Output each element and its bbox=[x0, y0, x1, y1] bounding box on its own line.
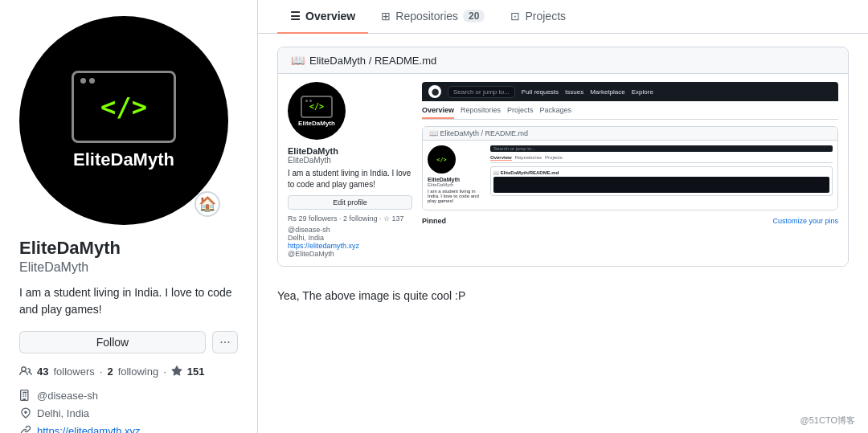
link-icon bbox=[19, 424, 32, 433]
nested-tab-projects[interactable]: Projects bbox=[507, 106, 534, 119]
stars-count[interactable]: 151 bbox=[187, 366, 205, 378]
readme-card: 📖 EliteDaMyth / README.md bbox=[277, 47, 849, 267]
nested-readme-content: </> EliteDaMyth EliteDaMyth I am a stude… bbox=[423, 141, 837, 210]
nested-navbar: ⬤ Search or jump to... Pull requests Iss… bbox=[422, 82, 838, 101]
meta-location-text: Delhi, India bbox=[37, 407, 89, 419]
nested-edit-btn[interactable]: Edit profile bbox=[288, 195, 412, 210]
readme-content: </> EliteDaMyth EliteDaMyth EliteDaMyth … bbox=[278, 74, 848, 266]
nested-meta: @disease-sh Delhi, India https://eliteda… bbox=[288, 226, 412, 258]
sidebar: </> EliteDaMyth 🏠 EliteDaMyth EliteDaMyt… bbox=[0, 0, 257, 433]
readme-header: 📖 EliteDaMyth / README.md bbox=[278, 47, 848, 74]
nested-meta-handle: @disease-sh bbox=[288, 226, 412, 234]
overview-icon: ☰ bbox=[290, 10, 301, 22]
code-tag-icon: </> bbox=[100, 92, 147, 122]
following-label: following bbox=[118, 366, 159, 378]
nested-tab-repos[interactable]: Repositories bbox=[461, 106, 501, 119]
window-dots bbox=[80, 78, 95, 84]
nested-stats: Rs 29 followers · 2 following · ☆ 137 bbox=[288, 214, 412, 223]
nested-tab-overview[interactable]: Overview bbox=[422, 106, 454, 119]
tab-projects[interactable]: ⊡ Projects bbox=[497, 0, 579, 34]
nested-bio: I am a student living in India. I love t… bbox=[288, 168, 412, 190]
tab-projects-label: Projects bbox=[525, 10, 566, 22]
more-options-button[interactable]: ··· bbox=[212, 331, 238, 353]
website-link[interactable]: https://elitedamyth.xyz bbox=[37, 425, 141, 434]
main-body: 📖 EliteDaMyth / README.md bbox=[258, 34, 868, 433]
main-content: ☰ Overview ⊞ Repositories 20 ⊡ Projects … bbox=[257, 0, 868, 433]
tab-bar: ☰ Overview ⊞ Repositories 20 ⊡ Projects bbox=[258, 0, 868, 34]
profile-stats: 43 followers · 2 following · 151 bbox=[19, 365, 238, 378]
nested-tabs: Overview Repositories Projects Packages bbox=[422, 106, 838, 120]
nested-meta-location: Delhi, India bbox=[288, 234, 412, 242]
star-icon bbox=[171, 366, 182, 377]
tab-repositories[interactable]: ⊞ Repositories 20 bbox=[368, 0, 497, 34]
followers-label: followers bbox=[53, 366, 94, 378]
avatar-name-text: EliteDaMyth bbox=[73, 149, 174, 170]
comment-text: Yea, The above image is quite cool :P bbox=[277, 280, 849, 305]
nested-customize-label[interactable]: Customize your pins bbox=[772, 217, 838, 225]
nested-readme-header: 📖 EliteDaMyth / README.md bbox=[423, 127, 837, 141]
follow-button[interactable]: Follow bbox=[19, 331, 206, 353]
nested-nav-pr: Pull requests bbox=[522, 88, 559, 96]
meta-handle-text: @disease-sh bbox=[37, 390, 98, 402]
nested-username: EliteDaMyth bbox=[288, 156, 412, 165]
profile-meta: @disease-sh Delhi, India https://eliteda… bbox=[19, 389, 238, 433]
nested-nav-marketplace: Marketplace bbox=[590, 88, 625, 96]
nested-nav-links: Pull requests Issues Marketplace Explore bbox=[522, 88, 653, 96]
location-icon bbox=[19, 406, 32, 419]
book-icon: 📖 bbox=[291, 54, 305, 67]
tab-overview[interactable]: ☰ Overview bbox=[277, 0, 368, 34]
meta-location: Delhi, India bbox=[19, 406, 238, 419]
stat-separator: · bbox=[100, 366, 103, 378]
nested-pinned-row: Pinned Customize your pins bbox=[422, 217, 838, 225]
following-count[interactable]: 2 bbox=[107, 366, 113, 378]
meta-website[interactable]: https://elitedamyth.xyz bbox=[19, 424, 238, 433]
readme-path: EliteDaMyth / README.md bbox=[309, 55, 436, 67]
followers-count[interactable]: 43 bbox=[37, 366, 48, 378]
projects-icon: ⊡ bbox=[510, 10, 520, 22]
profile-username: EliteDaMyth bbox=[19, 260, 238, 275]
profile-display-name: EliteDaMyth bbox=[19, 238, 238, 259]
tab-repos-label: Repositories bbox=[395, 10, 458, 22]
profile-actions: Follow ··· bbox=[19, 331, 238, 353]
profile-bio: I am a student living in India. I love t… bbox=[19, 284, 238, 318]
nested-nav-issues: Issues bbox=[565, 88, 583, 96]
nested-pinned-label: Pinned bbox=[422, 217, 446, 225]
nested-meta-website: https://elitedamyth.xyz bbox=[288, 242, 412, 250]
nested-main: ⬤ Search or jump to... Pull requests Iss… bbox=[422, 82, 838, 258]
nested-search[interactable]: Search or jump to... bbox=[448, 86, 515, 98]
repos-icon: ⊞ bbox=[381, 10, 391, 22]
building-icon bbox=[19, 389, 32, 402]
nested-gh-logo: ⬤ bbox=[428, 85, 441, 98]
avatar-inner: </> EliteDaMyth bbox=[72, 71, 176, 170]
meta-handle: @disease-sh bbox=[19, 389, 238, 402]
people-icon bbox=[19, 365, 32, 378]
watermark: @51CTO博客 bbox=[800, 415, 855, 427]
deep-sidebar: </> EliteDaMyth EliteDaMyth I am a stude… bbox=[428, 145, 484, 205]
avatar-emoji: 🏠 bbox=[194, 191, 220, 217]
tab-overview-label: Overview bbox=[305, 10, 355, 22]
nested-meta-twitter: @EliteDaMyth bbox=[288, 250, 412, 258]
repos-count: 20 bbox=[463, 10, 485, 22]
deep-main: Search or jump to... Overview Repositori… bbox=[490, 145, 833, 205]
nested-readme: 📖 EliteDaMyth / README.md </> EliteDaMyt… bbox=[422, 126, 838, 210]
nested-tab-packages[interactable]: Packages bbox=[540, 106, 572, 119]
nested-profile-name: EliteDaMyth bbox=[288, 146, 412, 156]
stat-separator2: · bbox=[163, 366, 166, 378]
nested-avatar: </> EliteDaMyth bbox=[288, 82, 346, 140]
avatar: </> EliteDaMyth 🏠 bbox=[19, 16, 228, 225]
nested-nav-explore: Explore bbox=[632, 88, 653, 96]
avatar-frame: </> bbox=[72, 71, 176, 143]
